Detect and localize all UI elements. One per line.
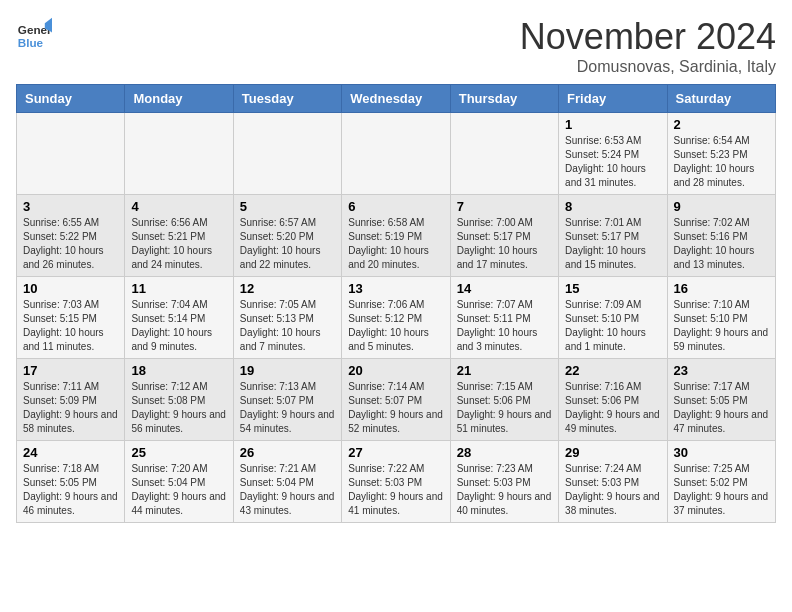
day-info: Sunrise: 6:54 AM Sunset: 5:23 PM Dayligh… [674, 134, 769, 190]
logo-icon: General Blue [16, 16, 52, 52]
day-number: 25 [131, 445, 226, 460]
header-saturday: Saturday [667, 85, 775, 113]
calendar-cell: 22Sunrise: 7:16 AM Sunset: 5:06 PM Dayli… [559, 359, 667, 441]
calendar-cell [450, 113, 558, 195]
svg-text:Blue: Blue [18, 36, 44, 49]
day-number: 19 [240, 363, 335, 378]
day-number: 23 [674, 363, 769, 378]
calendar-header: Sunday Monday Tuesday Wednesday Thursday… [17, 85, 776, 113]
day-number: 5 [240, 199, 335, 214]
page-header: General Blue November 2024 Domusnovas, S… [16, 16, 776, 76]
calendar-cell [233, 113, 341, 195]
day-number: 24 [23, 445, 118, 460]
day-info: Sunrise: 7:07 AM Sunset: 5:11 PM Dayligh… [457, 298, 552, 354]
calendar-cell: 17Sunrise: 7:11 AM Sunset: 5:09 PM Dayli… [17, 359, 125, 441]
calendar-cell: 12Sunrise: 7:05 AM Sunset: 5:13 PM Dayli… [233, 277, 341, 359]
calendar-body: 1Sunrise: 6:53 AM Sunset: 5:24 PM Daylig… [17, 113, 776, 523]
header-tuesday: Tuesday [233, 85, 341, 113]
calendar-week-5: 24Sunrise: 7:18 AM Sunset: 5:05 PM Dayli… [17, 441, 776, 523]
calendar-week-1: 1Sunrise: 6:53 AM Sunset: 5:24 PM Daylig… [17, 113, 776, 195]
day-number: 8 [565, 199, 660, 214]
calendar-cell: 29Sunrise: 7:24 AM Sunset: 5:03 PM Dayli… [559, 441, 667, 523]
day-info: Sunrise: 7:25 AM Sunset: 5:02 PM Dayligh… [674, 462, 769, 518]
day-info: Sunrise: 7:21 AM Sunset: 5:04 PM Dayligh… [240, 462, 335, 518]
calendar-cell [17, 113, 125, 195]
header-row: Sunday Monday Tuesday Wednesday Thursday… [17, 85, 776, 113]
day-number: 18 [131, 363, 226, 378]
day-info: Sunrise: 7:15 AM Sunset: 5:06 PM Dayligh… [457, 380, 552, 436]
day-number: 12 [240, 281, 335, 296]
day-number: 11 [131, 281, 226, 296]
month-title: November 2024 [520, 16, 776, 58]
calendar-cell: 30Sunrise: 7:25 AM Sunset: 5:02 PM Dayli… [667, 441, 775, 523]
calendar-cell: 14Sunrise: 7:07 AM Sunset: 5:11 PM Dayli… [450, 277, 558, 359]
day-info: Sunrise: 6:58 AM Sunset: 5:19 PM Dayligh… [348, 216, 443, 272]
calendar-cell: 15Sunrise: 7:09 AM Sunset: 5:10 PM Dayli… [559, 277, 667, 359]
calendar-cell: 13Sunrise: 7:06 AM Sunset: 5:12 PM Dayli… [342, 277, 450, 359]
day-number: 1 [565, 117, 660, 132]
day-info: Sunrise: 7:11 AM Sunset: 5:09 PM Dayligh… [23, 380, 118, 436]
logo: General Blue [16, 16, 52, 52]
calendar-week-3: 10Sunrise: 7:03 AM Sunset: 5:15 PM Dayli… [17, 277, 776, 359]
calendar-table: Sunday Monday Tuesday Wednesday Thursday… [16, 84, 776, 523]
day-info: Sunrise: 7:01 AM Sunset: 5:17 PM Dayligh… [565, 216, 660, 272]
day-number: 13 [348, 281, 443, 296]
calendar-cell: 1Sunrise: 6:53 AM Sunset: 5:24 PM Daylig… [559, 113, 667, 195]
calendar-cell: 28Sunrise: 7:23 AM Sunset: 5:03 PM Dayli… [450, 441, 558, 523]
calendar-cell: 8Sunrise: 7:01 AM Sunset: 5:17 PM Daylig… [559, 195, 667, 277]
calendar-cell: 7Sunrise: 7:00 AM Sunset: 5:17 PM Daylig… [450, 195, 558, 277]
calendar-cell: 5Sunrise: 6:57 AM Sunset: 5:20 PM Daylig… [233, 195, 341, 277]
day-info: Sunrise: 7:13 AM Sunset: 5:07 PM Dayligh… [240, 380, 335, 436]
header-friday: Friday [559, 85, 667, 113]
day-number: 29 [565, 445, 660, 460]
location-title: Domusnovas, Sardinia, Italy [520, 58, 776, 76]
calendar-cell: 11Sunrise: 7:04 AM Sunset: 5:14 PM Dayli… [125, 277, 233, 359]
day-number: 30 [674, 445, 769, 460]
calendar-cell: 23Sunrise: 7:17 AM Sunset: 5:05 PM Dayli… [667, 359, 775, 441]
day-info: Sunrise: 6:56 AM Sunset: 5:21 PM Dayligh… [131, 216, 226, 272]
day-number: 27 [348, 445, 443, 460]
calendar-cell: 20Sunrise: 7:14 AM Sunset: 5:07 PM Dayli… [342, 359, 450, 441]
calendar-cell: 25Sunrise: 7:20 AM Sunset: 5:04 PM Dayli… [125, 441, 233, 523]
day-number: 3 [23, 199, 118, 214]
day-info: Sunrise: 7:05 AM Sunset: 5:13 PM Dayligh… [240, 298, 335, 354]
calendar-cell: 18Sunrise: 7:12 AM Sunset: 5:08 PM Dayli… [125, 359, 233, 441]
day-number: 26 [240, 445, 335, 460]
calendar-cell: 19Sunrise: 7:13 AM Sunset: 5:07 PM Dayli… [233, 359, 341, 441]
day-info: Sunrise: 7:20 AM Sunset: 5:04 PM Dayligh… [131, 462, 226, 518]
day-info: Sunrise: 7:16 AM Sunset: 5:06 PM Dayligh… [565, 380, 660, 436]
calendar-cell: 2Sunrise: 6:54 AM Sunset: 5:23 PM Daylig… [667, 113, 775, 195]
day-info: Sunrise: 7:09 AM Sunset: 5:10 PM Dayligh… [565, 298, 660, 354]
day-info: Sunrise: 6:55 AM Sunset: 5:22 PM Dayligh… [23, 216, 118, 272]
day-info: Sunrise: 7:22 AM Sunset: 5:03 PM Dayligh… [348, 462, 443, 518]
day-number: 28 [457, 445, 552, 460]
day-number: 14 [457, 281, 552, 296]
day-number: 20 [348, 363, 443, 378]
calendar-cell: 3Sunrise: 6:55 AM Sunset: 5:22 PM Daylig… [17, 195, 125, 277]
calendar-cell: 26Sunrise: 7:21 AM Sunset: 5:04 PM Dayli… [233, 441, 341, 523]
day-info: Sunrise: 7:03 AM Sunset: 5:15 PM Dayligh… [23, 298, 118, 354]
day-info: Sunrise: 7:17 AM Sunset: 5:05 PM Dayligh… [674, 380, 769, 436]
calendar-cell [342, 113, 450, 195]
day-info: Sunrise: 6:57 AM Sunset: 5:20 PM Dayligh… [240, 216, 335, 272]
calendar-cell: 24Sunrise: 7:18 AM Sunset: 5:05 PM Dayli… [17, 441, 125, 523]
day-number: 10 [23, 281, 118, 296]
day-info: Sunrise: 7:00 AM Sunset: 5:17 PM Dayligh… [457, 216, 552, 272]
day-number: 22 [565, 363, 660, 378]
day-info: Sunrise: 7:10 AM Sunset: 5:10 PM Dayligh… [674, 298, 769, 354]
header-wednesday: Wednesday [342, 85, 450, 113]
day-number: 7 [457, 199, 552, 214]
calendar-cell: 4Sunrise: 6:56 AM Sunset: 5:21 PM Daylig… [125, 195, 233, 277]
header-monday: Monday [125, 85, 233, 113]
day-number: 9 [674, 199, 769, 214]
calendar-cell: 10Sunrise: 7:03 AM Sunset: 5:15 PM Dayli… [17, 277, 125, 359]
day-number: 6 [348, 199, 443, 214]
day-info: Sunrise: 7:24 AM Sunset: 5:03 PM Dayligh… [565, 462, 660, 518]
calendar-cell: 27Sunrise: 7:22 AM Sunset: 5:03 PM Dayli… [342, 441, 450, 523]
header-sunday: Sunday [17, 85, 125, 113]
day-info: Sunrise: 6:53 AM Sunset: 5:24 PM Dayligh… [565, 134, 660, 190]
day-number: 16 [674, 281, 769, 296]
day-info: Sunrise: 7:02 AM Sunset: 5:16 PM Dayligh… [674, 216, 769, 272]
day-number: 15 [565, 281, 660, 296]
day-info: Sunrise: 7:23 AM Sunset: 5:03 PM Dayligh… [457, 462, 552, 518]
